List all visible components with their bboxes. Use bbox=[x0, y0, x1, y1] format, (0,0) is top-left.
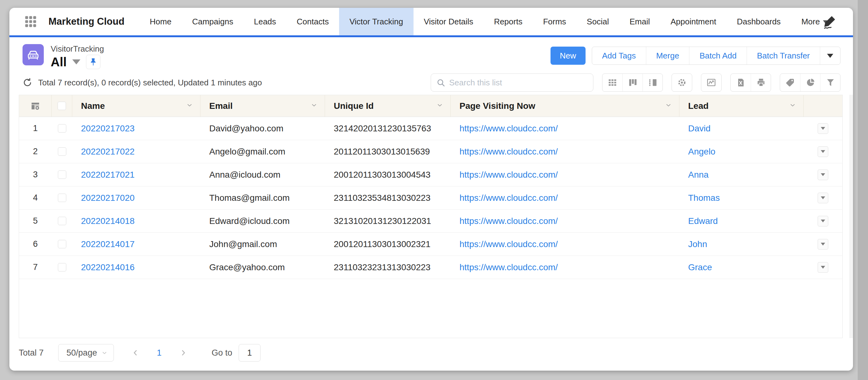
lead-link[interactable]: Anna bbox=[688, 170, 709, 180]
nav-item-email[interactable]: Email bbox=[619, 8, 660, 35]
row-actions-button[interactable] bbox=[818, 239, 828, 250]
table-row[interactable]: 320220217021Anna@icloud.com2001201130301… bbox=[19, 163, 842, 186]
chevron-down-icon[interactable] bbox=[436, 101, 443, 111]
nav-item-forms[interactable]: Forms bbox=[533, 8, 577, 35]
column-header-page-visiting-now[interactable]: Page Visiting Now bbox=[451, 95, 679, 117]
chevron-down-icon[interactable] bbox=[665, 101, 672, 111]
row-actions-button[interactable] bbox=[818, 216, 828, 226]
lead-link[interactable]: David bbox=[688, 124, 711, 133]
select-all-header[interactable] bbox=[52, 95, 72, 117]
page-url-link[interactable]: https://www.cloudcc.com/ bbox=[460, 262, 558, 273]
table-row[interactable]: 520220214018Edward@icloud.com32131020131… bbox=[19, 210, 842, 233]
lead-link[interactable]: Edward bbox=[688, 216, 718, 226]
next-page-button[interactable] bbox=[179, 349, 187, 357]
column-header-unique-id[interactable]: Unique Id bbox=[325, 95, 451, 117]
prev-page-button[interactable] bbox=[131, 349, 140, 357]
record-name-link[interactable]: 20220217023 bbox=[81, 124, 134, 133]
view-kanban-button[interactable] bbox=[622, 74, 643, 91]
table-scrollbar-track[interactable] bbox=[849, 95, 853, 338]
pie-chart-button[interactable] bbox=[800, 74, 820, 91]
view-dropdown-icon[interactable] bbox=[72, 59, 81, 64]
nav-item-campaigns[interactable]: Campaigns bbox=[182, 8, 244, 35]
nav-item-contacts[interactable]: Contacts bbox=[286, 8, 339, 35]
chart-button[interactable] bbox=[701, 74, 721, 91]
nav-item-home[interactable]: Home bbox=[140, 8, 182, 35]
record-name-link[interactable]: 20220214018 bbox=[81, 216, 134, 226]
row-actions-button[interactable] bbox=[818, 169, 828, 180]
chevron-down-icon[interactable] bbox=[186, 101, 193, 111]
gear-button[interactable] bbox=[672, 74, 692, 91]
lead-link[interactable]: Grace bbox=[688, 262, 712, 273]
goto-page-input[interactable] bbox=[239, 344, 260, 361]
nav-item-appointment[interactable]: Appointment bbox=[660, 8, 726, 35]
search-input[interactable] bbox=[449, 78, 588, 88]
add-tags-button[interactable]: Add Tags bbox=[592, 47, 646, 64]
select-all-checkbox[interactable] bbox=[58, 102, 66, 110]
nav-item-reports[interactable]: Reports bbox=[484, 8, 533, 35]
row-checkbox[interactable] bbox=[58, 147, 66, 156]
app-launcher-icon[interactable] bbox=[24, 14, 38, 29]
page-url-link[interactable]: https://www.cloudcc.com/ bbox=[460, 147, 558, 157]
refresh-icon[interactable] bbox=[23, 77, 33, 88]
record-name-link[interactable]: 20220214016 bbox=[81, 262, 134, 273]
column-header-lead[interactable]: Lead bbox=[679, 95, 804, 117]
row-checkbox[interactable] bbox=[58, 170, 66, 179]
filter-funnel-button[interactable] bbox=[820, 74, 840, 91]
nav-item-social[interactable]: Social bbox=[577, 8, 619, 35]
current-page-number[interactable]: 1 bbox=[157, 348, 162, 358]
pin-view-button[interactable] bbox=[86, 55, 100, 69]
table-row[interactable]: 620220214017John@gmail.com20012011303013… bbox=[19, 233, 842, 256]
table-row[interactable]: 720220214016Grace@yahoo.com2311032323131… bbox=[19, 256, 842, 279]
record-name-link[interactable]: 20220217020 bbox=[81, 193, 134, 203]
nav-item-visitor-details[interactable]: Visitor Details bbox=[413, 8, 484, 35]
row-checkbox[interactable] bbox=[58, 194, 66, 202]
cell-actions bbox=[804, 186, 842, 209]
new-button[interactable]: New bbox=[551, 46, 586, 65]
record-name-link[interactable]: 20220214017 bbox=[81, 239, 134, 249]
record-name-link[interactable]: 20220217021 bbox=[81, 170, 134, 180]
chevron-left-icon bbox=[131, 349, 140, 357]
page-url-link[interactable]: https://www.cloudcc.com/ bbox=[460, 216, 558, 226]
print-button[interactable] bbox=[751, 74, 771, 91]
nav-item-victor-tracking[interactable]: Victor Tracking bbox=[339, 8, 413, 35]
excel-export-button[interactable] bbox=[731, 74, 751, 91]
column-settings-header[interactable] bbox=[19, 95, 52, 117]
batch-add-button[interactable]: Batch Add bbox=[689, 47, 747, 64]
page-size-select[interactable]: 50/page bbox=[58, 344, 114, 361]
row-actions-button[interactable] bbox=[818, 262, 828, 273]
chevron-down-icon[interactable] bbox=[789, 101, 796, 111]
cell-name: 20220214016 bbox=[72, 256, 200, 279]
column-header-email[interactable]: Email bbox=[200, 95, 325, 117]
page-url-link[interactable]: https://www.cloudcc.com/ bbox=[460, 170, 558, 180]
cell-name: 20220217023 bbox=[72, 117, 200, 140]
page-url-link[interactable]: https://www.cloudcc.com/ bbox=[460, 193, 558, 203]
table-row[interactable]: 120220217023David@yahoo.com3214202013123… bbox=[19, 117, 842, 140]
table-row[interactable]: 220220217022Angelo@gmail.com201120113030… bbox=[19, 140, 842, 163]
column-header-name[interactable]: Name bbox=[72, 95, 200, 117]
merge-button[interactable]: Merge bbox=[646, 47, 689, 64]
edit-pencil-icon[interactable] bbox=[822, 15, 837, 29]
lead-link[interactable]: Thomas bbox=[688, 193, 720, 203]
view-table-button[interactable] bbox=[602, 74, 622, 91]
row-actions-button[interactable] bbox=[818, 193, 828, 203]
row-checkbox[interactable] bbox=[58, 217, 66, 225]
row-checkbox[interactable] bbox=[58, 124, 66, 133]
row-checkbox[interactable] bbox=[58, 240, 66, 248]
row-checkbox[interactable] bbox=[58, 263, 66, 272]
table-row[interactable]: 420220217020Thomas@gmail.com231103235348… bbox=[19, 186, 842, 210]
tag-button[interactable] bbox=[780, 74, 800, 91]
record-name-link[interactable]: 20220217022 bbox=[81, 147, 134, 157]
view-split-button[interactable] bbox=[643, 74, 662, 91]
nav-item-dashboards[interactable]: Dashboards bbox=[726, 8, 791, 35]
page-url-link[interactable]: https://www.cloudcc.com/ bbox=[460, 124, 558, 133]
nav-item-leads[interactable]: Leads bbox=[244, 8, 286, 35]
chevron-down-icon[interactable] bbox=[310, 101, 318, 111]
batch-transfer-button[interactable]: Batch Transfer bbox=[747, 47, 820, 64]
row-actions-button[interactable] bbox=[818, 123, 828, 134]
page-url-link[interactable]: https://www.cloudcc.com/ bbox=[460, 239, 558, 249]
lead-link[interactable]: John bbox=[688, 239, 707, 249]
lead-link[interactable]: Angelo bbox=[688, 147, 715, 157]
cell-email: Edward@icloud.com bbox=[200, 210, 325, 232]
row-actions-button[interactable] bbox=[818, 146, 828, 157]
more-actions-dropdown-button[interactable] bbox=[820, 47, 840, 64]
